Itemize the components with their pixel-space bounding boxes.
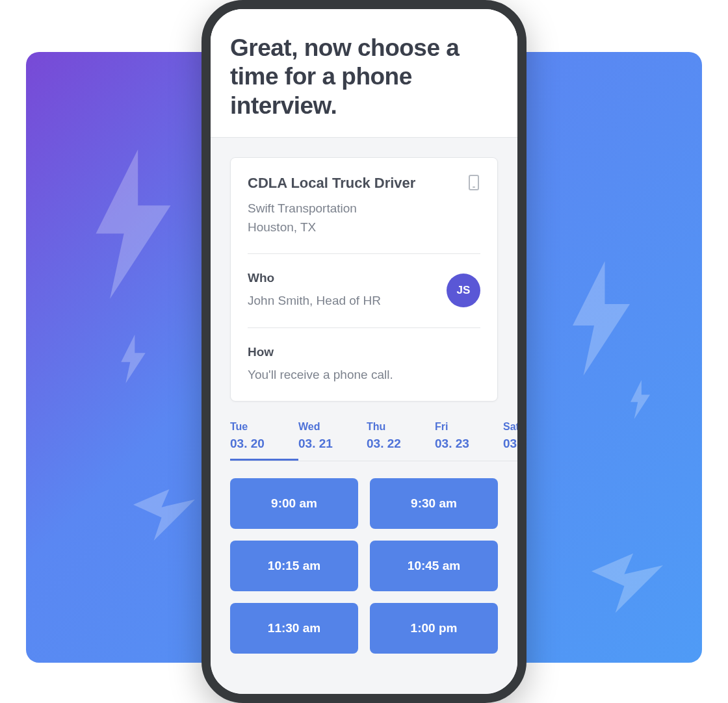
avatar: JS — [447, 274, 480, 307]
svg-marker-5 — [592, 554, 663, 613]
svg-marker-2 — [133, 489, 195, 541]
job-card: CDLA Local Truck Driver Swift Transporta… — [230, 157, 498, 402]
lightning-icon — [84, 149, 182, 299]
date-tab[interactable]: Thu03. 22 — [367, 421, 435, 461]
mobile-phone-icon — [469, 175, 479, 190]
date-tab-day: Sat — [503, 421, 517, 433]
lightning-icon — [133, 487, 195, 543]
how-desc: You'll receive a phone call. — [248, 366, 480, 385]
who-name: John Smith, Head of HR — [248, 292, 381, 311]
time-slot-button[interactable]: 9:00 am — [230, 478, 358, 529]
date-tabs: Tue03. 20Wed03. 21Thu03. 22Fri03. 23Sat0… — [230, 421, 517, 461]
date-tab-date: 03. 23 — [435, 437, 503, 451]
job-info-section: CDLA Local Truck Driver Swift Transporta… — [248, 158, 480, 254]
time-slot-button[interactable]: 9:30 am — [370, 478, 498, 529]
time-slot-grid: 9:00 am9:30 am10:15 am10:45 am11:30 am1:… — [230, 478, 498, 654]
lightning-icon — [624, 380, 656, 419]
date-tab[interactable]: Fri03. 23 — [435, 421, 503, 461]
date-tab-date: 03. 22 — [367, 437, 435, 451]
lightning-icon — [114, 335, 153, 383]
svg-marker-1 — [121, 335, 146, 383]
how-section: How You'll receive a phone call. — [248, 328, 480, 402]
date-tab-date: 03. — [503, 437, 517, 451]
who-section: Who John Smith, Head of HR JS — [248, 254, 480, 328]
svg-marker-4 — [630, 380, 650, 419]
date-tab-date: 03. 20 — [230, 437, 298, 451]
svg-marker-3 — [573, 261, 630, 376]
job-title: CDLA Local Truck Driver — [248, 175, 480, 192]
content-area: CDLA Local Truck Driver Swift Transporta… — [211, 138, 517, 694]
svg-marker-0 — [96, 149, 171, 299]
time-slot-button[interactable]: 11:30 am — [230, 603, 358, 654]
job-company: Swift Transportation — [248, 199, 480, 218]
date-tab[interactable]: Tue03. 20 — [230, 421, 298, 461]
header: Great, now choose a time for a phone int… — [211, 9, 517, 138]
job-location: Houston, TX — [248, 218, 480, 237]
date-tab-day: Tue — [230, 421, 269, 433]
date-tab-day: Wed — [298, 421, 367, 433]
date-tab[interactable]: Wed03. 21 — [298, 421, 367, 461]
date-tab-date: 03. 21 — [298, 437, 367, 451]
time-slot-button[interactable]: 10:15 am — [230, 541, 358, 591]
who-label: Who — [248, 271, 381, 285]
date-tab-day: Thu — [367, 421, 435, 433]
phone-frame: Great, now choose a time for a phone int… — [202, 0, 526, 703]
lightning-icon — [566, 260, 637, 377]
date-tab-day: Fri — [435, 421, 503, 433]
lightning-icon — [592, 552, 663, 614]
how-label: How — [248, 345, 480, 359]
time-slot-button[interactable]: 1:00 pm — [370, 603, 498, 654]
time-slot-button[interactable]: 10:45 am — [370, 541, 498, 591]
phone-screen: Great, now choose a time for a phone int… — [211, 9, 517, 694]
page-title: Great, now choose a time for a phone int… — [230, 34, 498, 120]
date-tab[interactable]: Sat03. — [503, 421, 517, 461]
